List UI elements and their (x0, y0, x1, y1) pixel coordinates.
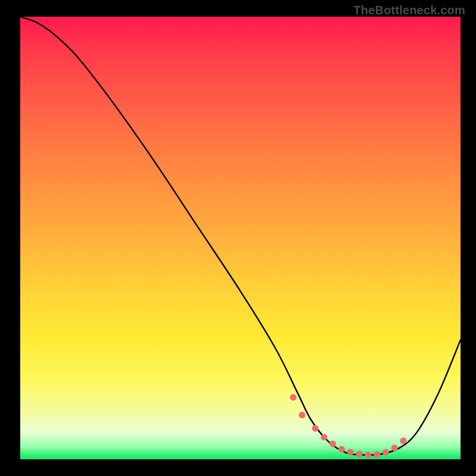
highlight-dot (400, 437, 406, 444)
highlight-dot (321, 434, 327, 440)
highlight-dot (365, 452, 371, 458)
plot-area (20, 17, 461, 459)
bottleneck-curve-path (20, 17, 461, 455)
highlight-dots-group (290, 394, 406, 458)
highlight-dot (339, 446, 345, 452)
highlight-dot (347, 449, 354, 456)
highlight-dot (312, 425, 318, 431)
highlight-dot (290, 394, 296, 400)
highlight-dot (383, 449, 389, 456)
highlight-dot (392, 444, 398, 451)
watermark-text: TheBottleneck.com (353, 4, 465, 17)
curve-layer (20, 17, 461, 459)
highlight-dot (330, 441, 336, 447)
highlight-dot (356, 451, 362, 458)
highlight-dot (374, 451, 380, 458)
highlight-dot (299, 412, 305, 418)
chart-frame: TheBottleneck.com (0, 0, 476, 476)
